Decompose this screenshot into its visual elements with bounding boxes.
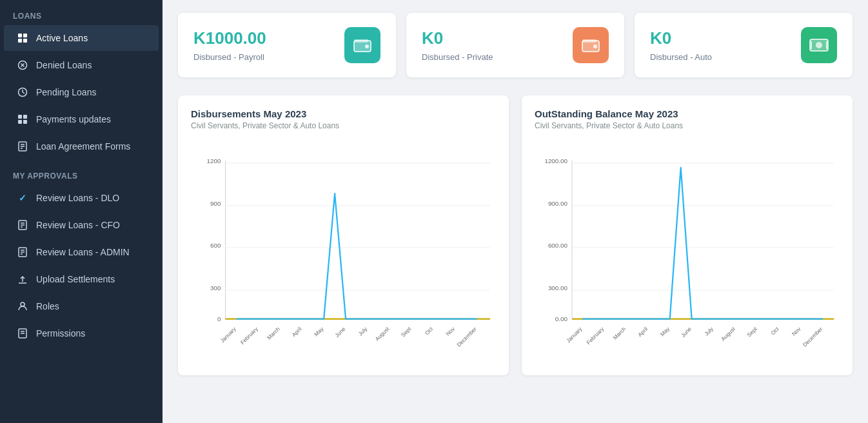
sidebar-item-label: Review Loans - ADMIN: [36, 247, 130, 257]
svg-text:0: 0: [217, 315, 221, 322]
svg-text:Sept: Sept: [400, 326, 413, 339]
wallet-icon-teal: [344, 27, 380, 63]
sidebar-item-label: Permissions: [36, 328, 85, 339]
sidebar: Loans Active Loans Denied Loans Pending …: [0, 0, 163, 423]
clock-icon: [17, 86, 28, 98]
svg-rect-11: [23, 115, 27, 119]
disbursements-chart-title: Disbursements May 2023: [191, 108, 496, 119]
disbursements-chart-svg: 1200 900 600 300 0: [191, 137, 496, 369]
svg-text:0.00: 0.00: [555, 315, 568, 322]
sidebar-item-label: Roles: [36, 301, 59, 311]
svg-text:March: March: [266, 326, 281, 341]
svg-point-34: [365, 44, 369, 48]
svg-text:Oct: Oct: [769, 326, 780, 337]
circle-x-icon: [17, 59, 28, 71]
svg-text:300.00: 300.00: [548, 284, 568, 291]
svg-rect-3: [23, 39, 27, 43]
svg-text:300: 300: [210, 284, 221, 291]
check-icon: ✓: [17, 192, 28, 204]
sidebar-item-payments-updates[interactable]: Payments updates: [4, 106, 159, 132]
approvals-section-title: My Approvals: [0, 160, 163, 184]
svg-text:February: February: [585, 326, 606, 346]
loans-section-title: Loans: [0, 0, 163, 25]
svg-line-9: [23, 92, 25, 93]
svg-text:August: August: [720, 326, 736, 342]
svg-text:May: May: [313, 325, 325, 337]
sidebar-item-label: Loan Agreement Forms: [36, 141, 130, 152]
svg-text:May: May: [659, 325, 671, 337]
svg-text:900: 900: [210, 200, 221, 207]
svg-text:August: August: [374, 326, 391, 342]
sidebar-item-label: Upload Settlements: [36, 274, 115, 284]
sidebar-item-label: Active Loans: [36, 33, 88, 43]
outstanding-chart-subtitle: Civil Servants, Private Sector & Auto Lo…: [535, 121, 840, 130]
svg-text:January: January: [219, 326, 238, 344]
svg-text:600: 600: [210, 242, 221, 249]
stat-label-payroll: Disbursed - Payroll: [193, 52, 266, 62]
svg-text:Nov: Nov: [791, 325, 802, 337]
svg-text:Sept: Sept: [745, 326, 758, 339]
disbursements-chart: Disbursements May 2023 Civil Servants, P…: [178, 95, 509, 375]
outstanding-chart-title: OutStanding Balance May 2023: [535, 108, 840, 119]
outstanding-chart-svg: 1200.00 900.00 600.00 300.00 0.00: [535, 137, 840, 369]
sidebar-item-label: Review Loans - CFO: [36, 220, 120, 230]
svg-text:1200: 1200: [207, 157, 221, 164]
sidebar-item-label: Payments updates: [36, 114, 111, 124]
stat-value-private: K0: [422, 28, 493, 48]
svg-text:600.00: 600.00: [548, 242, 568, 249]
sidebar-item-label: Pending Loans: [36, 87, 96, 97]
charts-row: Disbursements May 2023 Civil Servants, P…: [178, 95, 853, 375]
sidebar-item-loan-agreement-forms[interactable]: Loan Agreement Forms: [4, 133, 159, 159]
money-icon-green: [801, 27, 837, 63]
outstanding-balance-chart: OutStanding Balance May 2023 Civil Serva…: [522, 95, 853, 375]
svg-text:June: June: [333, 326, 346, 339]
stat-card-auto: K0 Disbursed - Auto: [635, 13, 853, 77]
svg-text:January: January: [565, 326, 584, 344]
svg-text:December: December: [455, 326, 478, 348]
doc-icon: [17, 141, 28, 152]
stat-card-private: K0 Disbursed - Private: [406, 13, 624, 77]
svg-rect-33: [354, 39, 368, 43]
svg-rect-0: [18, 34, 22, 37]
sidebar-item-permissions[interactable]: Permissions: [4, 320, 159, 346]
svg-text:April: April: [636, 326, 649, 338]
svg-text:July: July: [357, 325, 369, 337]
wallet-icon-orange: [573, 27, 609, 63]
sidebar-item-active-loans[interactable]: Active Loans: [4, 25, 159, 51]
svg-rect-36: [582, 39, 597, 43]
doc3-icon: [17, 246, 28, 258]
svg-text:June: June: [680, 326, 693, 339]
sidebar-item-review-cfo[interactable]: Review Loans - CFO: [4, 212, 159, 238]
svg-text:July: July: [703, 325, 715, 337]
svg-point-39: [816, 42, 822, 48]
sidebar-item-roles[interactable]: Roles: [4, 293, 159, 319]
svg-point-28: [21, 302, 25, 306]
svg-text:February: February: [239, 326, 260, 346]
svg-rect-12: [18, 120, 22, 124]
svg-text:December: December: [802, 326, 824, 348]
stat-label-private: Disbursed - Private: [422, 52, 493, 62]
svg-text:March: March: [612, 326, 627, 341]
stat-value-auto: K0: [650, 28, 712, 48]
sidebar-item-pending-loans[interactable]: Pending Loans: [4, 79, 159, 105]
sidebar-item-upload-settlements[interactable]: Upload Settlements: [4, 266, 159, 292]
svg-text:Nov: Nov: [444, 325, 456, 337]
svg-rect-13: [23, 120, 27, 124]
sidebar-item-denied-loans[interactable]: Denied Loans: [4, 52, 159, 78]
stat-cards-row: K1000.00 Disbursed - Payroll K0 Disburse…: [178, 13, 853, 77]
sidebar-item-review-dlo[interactable]: ✓ Review Loans - DLO: [4, 185, 159, 211]
stat-label-auto: Disbursed - Auto: [650, 52, 712, 62]
svg-rect-10: [18, 115, 22, 119]
svg-rect-2: [18, 39, 22, 43]
person-icon: [17, 300, 28, 312]
sidebar-item-label: Denied Loans: [36, 60, 92, 70]
sidebar-item-review-admin[interactable]: Review Loans - ADMIN: [4, 239, 159, 265]
doc2-icon: [17, 219, 28, 231]
sidebar-item-label: Review Loans - DLO: [36, 193, 119, 203]
grid-icon: [17, 32, 28, 44]
disbursements-chart-subtitle: Civil Servants, Private Sector & Auto Lo…: [191, 121, 496, 130]
doc4-icon: [17, 328, 28, 339]
main-content: K1000.00 Disbursed - Payroll K0 Disburse…: [163, 0, 868, 423]
stat-value-payroll: K1000.00: [193, 28, 266, 48]
svg-text:April: April: [291, 326, 303, 338]
